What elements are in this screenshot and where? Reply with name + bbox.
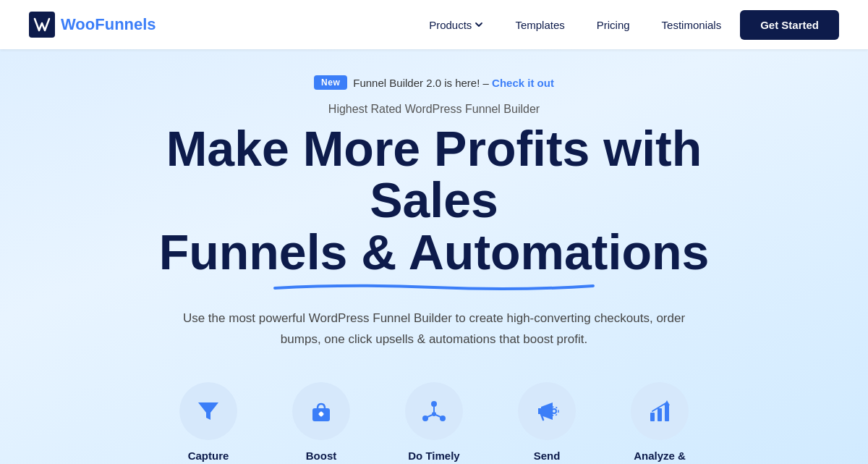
analyze-label: Analyze &Improve	[634, 449, 686, 464]
hero-section: New Funnel Builder 2.0 is here! – Check …	[0, 49, 868, 464]
funnel-icon	[195, 398, 221, 424]
broadcasts-icon-circle	[518, 382, 576, 440]
svg-point-3	[431, 401, 437, 407]
feature-followups: Do TimelyFollow-Ups	[383, 382, 485, 464]
svg-rect-13	[658, 408, 662, 421]
feature-boost-order: BoostOrder Values	[271, 382, 372, 464]
nav-products[interactable]: Products	[416, 13, 496, 37]
nav-templates[interactable]: Templates	[502, 13, 577, 37]
hero-headline: Make More Profits with Sales Funnels & A…	[109, 123, 760, 278]
announcement-bar: New Funnel Builder 2.0 is here! – Check …	[314, 75, 554, 90]
announcement-link[interactable]: Check it out	[492, 77, 554, 89]
megaphone-icon	[534, 398, 560, 424]
svg-rect-12	[650, 413, 655, 421]
followups-icon-circle	[405, 382, 463, 440]
logo-icon	[29, 12, 55, 38]
boost-order-icon-circle	[292, 382, 350, 440]
features-row: CaptureLeads BoostOrder Values	[29, 382, 839, 464]
broadcasts-label: SendBroadcasts	[517, 449, 576, 464]
headline-underline	[29, 282, 839, 292]
feature-broadcasts: SendBroadcasts	[496, 382, 597, 464]
analyze-icon-circle	[631, 382, 689, 440]
hero-description: Use the most powerful WordPress Funnel B…	[181, 308, 687, 350]
logo[interactable]: WooFunnels	[29, 12, 156, 38]
feature-capture-leads: CaptureLeads	[158, 382, 259, 464]
navbar: WooFunnels Products Templates Pricing Te…	[0, 0, 868, 49]
nav-pricing[interactable]: Pricing	[584, 13, 643, 37]
svg-marker-15	[664, 400, 670, 405]
get-started-button[interactable]: Get Started	[740, 10, 839, 40]
nav-links: Products Templates Pricing Testimonials …	[416, 10, 839, 40]
svg-point-10	[552, 409, 556, 413]
feature-analyze: Analyze &Improve	[609, 382, 710, 464]
network-icon	[421, 398, 447, 424]
chart-icon	[647, 398, 673, 424]
announcement-text: Funnel Builder 2.0 is here! – Check it o…	[353, 77, 554, 89]
capture-leads-label: CaptureLeads	[188, 449, 229, 464]
followups-label: Do TimelyFollow-Ups	[405, 449, 464, 464]
capture-leads-icon-circle	[179, 382, 237, 440]
bag-icon	[308, 398, 334, 424]
hero-subtitle: Highest Rated WordPress Funnel Builder	[328, 103, 540, 116]
logo-text: WooFunnels	[61, 15, 156, 34]
svg-rect-14	[665, 404, 669, 421]
chevron-down-icon	[475, 20, 483, 29]
nav-testimonials[interactable]: Testimonials	[649, 13, 735, 37]
boost-order-label: BoostOrder Values	[288, 449, 355, 464]
new-badge: New	[314, 75, 347, 90]
